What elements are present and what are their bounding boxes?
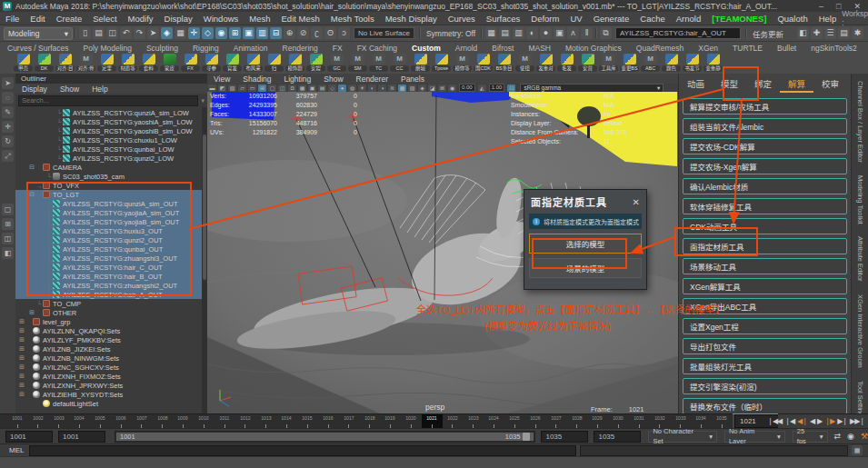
timeline-tick[interactable]: 1020 bbox=[401, 414, 422, 428]
timeline-tick[interactable]: 1029 bbox=[587, 414, 608, 428]
outliner-item[interactable]: ⊞OTHER bbox=[15, 308, 207, 317]
workspace-icon-5[interactable]: ✱ bbox=[852, 27, 863, 39]
outliner-item[interactable]: │AYILZSS_RCSTYG:qunzi2_OUT bbox=[15, 235, 207, 244]
outliner-item[interactable]: │AYILZSS_RCSTYG:hair_B_OUT bbox=[15, 272, 207, 281]
tool-button[interactable]: 替换发布文件（临时） bbox=[683, 398, 847, 414]
make-live-icon[interactable]: ▥ bbox=[256, 27, 268, 39]
outliner-item[interactable]: ⊞AYILZLYF_PMKKBV:Sets bbox=[15, 335, 207, 344]
viewport-gate-mask-icon[interactable]: ◘ bbox=[288, 85, 296, 92]
shelf-button[interactable]: 归 bbox=[264, 53, 284, 72]
shelf-button[interactable]: 磨辑 bbox=[410, 53, 431, 72]
viewport-menu-item[interactable]: Renderer bbox=[350, 75, 394, 84]
tool-panel-tab[interactable]: 动画 bbox=[679, 74, 713, 93]
shelf-tab[interactable]: Rendering bbox=[275, 44, 325, 53]
viewport-resolution-gate-icon[interactable]: ◫ bbox=[278, 85, 286, 92]
timeline-tick[interactable]: 1001 bbox=[7, 414, 28, 428]
minimize-button[interactable]: – bbox=[819, 2, 823, 11]
viewport-bookmark-icon[interactable]: ▱ bbox=[238, 85, 246, 92]
shelf-button[interactable]: 发重对 bbox=[535, 53, 556, 72]
paint-select-tool-icon[interactable]: ✎ bbox=[2, 106, 14, 118]
command-input[interactable] bbox=[29, 445, 576, 456]
outliner-item[interactable]: └AYILZSS_RCSTYG:qunziA_sim_LOW bbox=[15, 108, 207, 117]
outliner-item[interactable]: │AYILZSS_RCSTYG:yaojiaB_sim_OUT bbox=[15, 217, 207, 226]
menu-item[interactable]: Cache bbox=[634, 14, 670, 24]
menu-item[interactable]: Modify bbox=[123, 14, 159, 24]
expander-icon[interactable]: ⊞ bbox=[18, 345, 25, 353]
tool-button[interactable]: 提交农场-CDK解算 bbox=[683, 138, 847, 154]
viewport-screen-ao-icon[interactable]: ◑ bbox=[378, 85, 386, 92]
dock-tab[interactable]: Attribute Editor bbox=[856, 236, 864, 282]
snap-history-icon[interactable]: ⊟ bbox=[270, 27, 282, 39]
render-settings-icon[interactable]: ◐ bbox=[526, 27, 538, 39]
tool-button[interactable]: XGen导出ABC工具 bbox=[683, 298, 847, 314]
viewport-safe-action-icon[interactable]: ▣ bbox=[308, 85, 316, 92]
expander-icon[interactable]: ⊞ bbox=[18, 391, 25, 398]
lasso-tool-icon[interactable]: ◌ bbox=[2, 92, 14, 104]
timeline-tick[interactable]: 1026 bbox=[525, 414, 546, 428]
shelf-tab[interactable]: Custom bbox=[404, 44, 448, 53]
gamma-icon[interactable]: ◭ bbox=[478, 85, 486, 92]
viewport-isolate-select-icon[interactable]: ◈ bbox=[418, 85, 426, 92]
play-backwards-button[interactable]: ◀ bbox=[809, 417, 815, 425]
shelf-tab[interactable]: MASH bbox=[521, 44, 558, 53]
outliner-item[interactable]: │AYILZSS_RCSTYG:huxiu3_OUT bbox=[15, 226, 207, 235]
timeline-tick[interactable]: 1011 bbox=[215, 414, 235, 428]
shelf-button[interactable]: 题色 bbox=[661, 53, 682, 72]
scale-tool-icon[interactable]: ⤢ bbox=[2, 150, 14, 162]
timeline-tick[interactable]: 1028 bbox=[567, 414, 588, 428]
shelf-tab[interactable]: QuadRemesh bbox=[629, 44, 691, 53]
outliner-panel-title[interactable]: Outliner bbox=[15, 74, 207, 84]
hypershade-icon[interactable]: ● bbox=[540, 27, 552, 39]
select-hierarchy-icon[interactable]: ◈ bbox=[161, 27, 173, 39]
highlight-selection-icon[interactable]: ⊘ bbox=[297, 27, 309, 39]
tool-panel-tab[interactable]: 绑定 bbox=[746, 74, 780, 93]
viewport-safe-title-icon[interactable]: ▤ bbox=[318, 85, 326, 92]
viewport-film-gate-icon[interactable]: ▢ bbox=[268, 85, 276, 92]
viewcube-icon[interactable]: ⧉ bbox=[600, 27, 612, 39]
live-surface-field[interactable]: No Live Surface bbox=[354, 27, 414, 39]
shelf-tab[interactable]: XGen bbox=[691, 44, 725, 53]
menu-item[interactable]: Windows bbox=[198, 14, 244, 24]
layout-single-pane-icon[interactable]: ▢ bbox=[2, 204, 14, 215]
animation-end-field[interactable]: 1035 bbox=[594, 431, 641, 443]
script-editor-icon[interactable]: ▦ bbox=[852, 445, 863, 455]
outliner-item[interactable]: ⊞AYILZXNH_JPRXWY:Sets bbox=[15, 381, 207, 390]
shelf-button[interactable]: FX bbox=[180, 53, 201, 72]
ipr-render-icon[interactable]: ▥ bbox=[513, 27, 524, 39]
tool-button[interactable]: 确认Alembic材质 bbox=[683, 178, 847, 194]
viewport-camera-attr-icon[interactable]: ▧ bbox=[228, 85, 236, 92]
save-scene-icon[interactable]: ◫ bbox=[106, 27, 118, 39]
timeline-tick[interactable]: 1023 bbox=[464, 414, 484, 428]
animation-preferences-icon[interactable]: ⚒ bbox=[861, 432, 868, 441]
viewport-xray-icon[interactable]: ◪ bbox=[428, 85, 436, 92]
menu-item[interactable]: Display bbox=[159, 14, 198, 24]
expander-icon[interactable]: ⊞ bbox=[18, 373, 25, 380]
expander-icon[interactable]: ⊞ bbox=[18, 354, 25, 362]
outliner-item[interactable]: ⊞AYILZNC_SGHCXV:Sets bbox=[15, 363, 207, 372]
expander-icon[interactable]: ⊟ bbox=[28, 191, 35, 198]
snap-curve-icon[interactable]: ◇ bbox=[202, 27, 214, 39]
outliner-item[interactable]: └AYILZSS_RCSTYG:qunbai_LOW bbox=[15, 144, 207, 154]
outliner-item[interactable]: └TO_CMP bbox=[15, 299, 207, 308]
shelf-button[interactable]: 国CDK bbox=[473, 53, 494, 72]
tool-button[interactable]: 批量组装灯光工具 bbox=[683, 358, 847, 374]
character-set-select[interactable]: No Character Set▾ bbox=[648, 431, 717, 443]
viewport-lock-camera-icon[interactable]: ◩ bbox=[218, 85, 226, 92]
layout-four-pane-icon[interactable]: ⊞ bbox=[2, 218, 14, 230]
rotate-tool-icon[interactable]: ↻ bbox=[2, 135, 14, 147]
exposure-icon[interactable]: ◉ bbox=[448, 85, 456, 92]
outliner-item[interactable]: ⊟CAMERA bbox=[15, 163, 207, 172]
construction-history-icon[interactable]: ʗ bbox=[311, 27, 323, 39]
symmetry-status[interactable]: Symmetry: Off bbox=[426, 29, 475, 38]
shelf-tab[interactable]: ngSkinTools2 bbox=[803, 44, 864, 53]
outliner-item[interactable]: ⊞AYILZLNN_QKAPQI:Sets bbox=[15, 326, 207, 335]
tool-button[interactable]: 提交引擎渲染(初渲) bbox=[683, 378, 847, 394]
shelf-button[interactable]: 材质等 bbox=[117, 53, 138, 72]
shelf-tab[interactable]: FX bbox=[325, 44, 350, 53]
menu-item[interactable]: Create bbox=[51, 14, 88, 24]
menu-item[interactable]: UV bbox=[564, 14, 587, 24]
shelf-button[interactable]: 变重静 bbox=[703, 53, 723, 72]
dock-tab[interactable]: Modeling Toolkit bbox=[856, 175, 864, 224]
shelf-tab[interactable]: Curves / Surfaces bbox=[0, 44, 76, 53]
task-update-button[interactable]: 任务更新 bbox=[753, 28, 783, 39]
